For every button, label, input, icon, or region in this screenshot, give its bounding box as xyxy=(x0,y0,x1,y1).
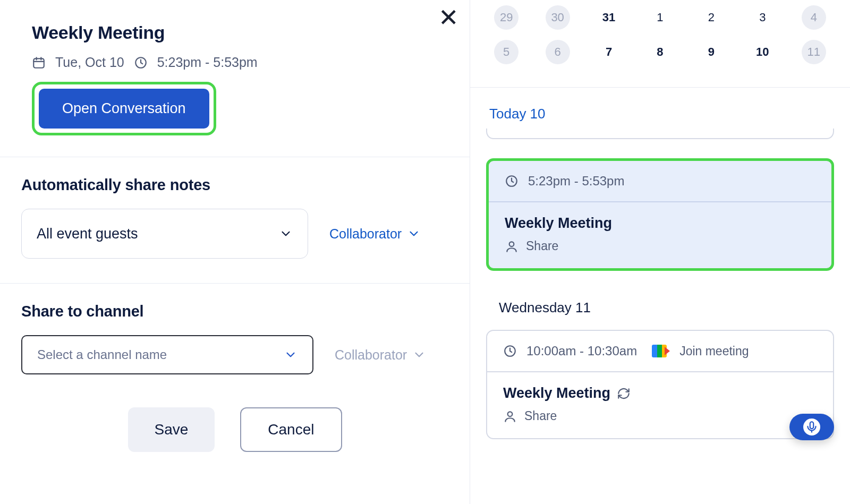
share-notes-value: All event guests xyxy=(37,226,138,242)
event-time: 10:00am - 10:30am xyxy=(526,344,637,358)
event-date: Tue, Oct 10 xyxy=(55,55,124,70)
person-icon xyxy=(503,409,517,423)
calendar-week1: 29 30 31 1 2 3 4 xyxy=(470,0,850,35)
join-meeting-link[interactable]: Join meeting xyxy=(679,344,749,358)
calendar-week2: 5 6 7 8 9 10 11 xyxy=(470,35,850,69)
recurring-icon xyxy=(617,387,631,400)
svg-rect-0 xyxy=(33,58,44,67)
event-share[interactable]: Share xyxy=(505,239,815,253)
cal-day[interactable]: 30 xyxy=(532,0,583,35)
cal-day[interactable]: 29 xyxy=(481,0,532,35)
cancel-button[interactable]: Cancel xyxy=(240,407,342,452)
divider xyxy=(470,87,850,88)
share-channel-role-dropdown[interactable]: Collaborator xyxy=(335,347,426,363)
record-toggle[interactable] xyxy=(789,414,834,440)
cal-day[interactable]: 3 xyxy=(737,0,788,35)
share-channel-heading: Share to channel xyxy=(21,303,448,320)
svg-point-3 xyxy=(509,242,514,246)
calendar-pane: 29 30 31 1 2 3 4 5 6 7 8 9 10 11 Today 1… xyxy=(470,0,850,504)
chevron-down-icon xyxy=(284,348,298,362)
clock-icon xyxy=(503,344,517,358)
event-share[interactable]: Share xyxy=(503,409,817,423)
channel-select[interactable]: Select a channel name xyxy=(21,335,313,374)
detail-pane: ✕ Weekly Meeting Tue, Oct 10 5:23pm - 5:… xyxy=(0,0,470,504)
event-title: Weekly Meeting xyxy=(32,22,438,43)
today-header: Today 10 xyxy=(470,106,850,122)
svg-rect-6 xyxy=(810,422,814,429)
event-meta: Tue, Oct 10 5:23pm - 5:53pm xyxy=(32,55,438,70)
share-notes-heading: Automatically share notes xyxy=(21,176,448,194)
cal-day[interactable]: 2 xyxy=(686,0,737,35)
open-conversation-button[interactable]: Open Conversation xyxy=(39,89,209,129)
person-icon xyxy=(505,240,518,253)
event-time: 5:23pm - 5:53pm xyxy=(157,55,258,70)
cal-day[interactable]: 8 xyxy=(634,35,685,69)
svg-point-5 xyxy=(508,412,513,416)
calendar-icon xyxy=(32,56,46,70)
share-notes-role-dropdown[interactable]: Collaborator xyxy=(329,226,421,242)
event-card[interactable]: 10:00am - 10:30am Join meeting Weekly Me… xyxy=(486,330,834,439)
cal-day[interactable]: 1 xyxy=(634,0,685,35)
event-title: Weekly Meeting xyxy=(503,385,610,402)
save-button[interactable]: Save xyxy=(128,407,215,452)
chevron-down-icon xyxy=(279,227,293,241)
previous-event-stub[interactable] xyxy=(486,129,834,139)
clock-icon xyxy=(134,56,148,70)
google-meet-icon xyxy=(652,345,667,357)
day-header: Wednesday 11 xyxy=(480,271,840,330)
cal-day[interactable]: 5 xyxy=(481,35,532,69)
channel-placeholder: Select a channel name xyxy=(37,347,167,362)
cal-day[interactable]: 6 xyxy=(532,35,583,69)
cal-day[interactable]: 11 xyxy=(788,35,839,69)
clock-icon xyxy=(505,174,518,188)
event-time: 5:23pm - 5:53pm xyxy=(528,174,624,189)
event-title: Weekly Meeting xyxy=(505,215,815,232)
share-notes-select[interactable]: All event guests xyxy=(21,209,308,259)
open-conversation-highlight: Open Conversation xyxy=(32,82,216,135)
microphone-icon xyxy=(805,420,819,434)
close-icon[interactable]: ✕ xyxy=(438,5,459,30)
cal-day[interactable]: 10 xyxy=(737,35,788,69)
cal-day[interactable]: 31 xyxy=(583,0,634,35)
cal-day[interactable]: 7 xyxy=(583,35,634,69)
chevron-down-icon xyxy=(412,348,426,362)
chevron-down-icon xyxy=(407,227,421,241)
cal-day[interactable]: 4 xyxy=(788,0,839,35)
event-card-selected[interactable]: 5:23pm - 5:53pm Weekly Meeting Share xyxy=(486,158,834,271)
cal-day[interactable]: 9 xyxy=(686,35,737,69)
